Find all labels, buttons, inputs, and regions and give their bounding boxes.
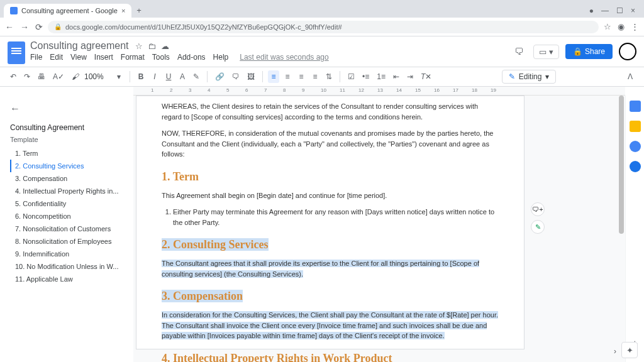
heading-ip[interactable]: 4. Intellectual Property Rights in Work … [162,350,499,363]
outline-back-icon[interactable]: ← [10,103,123,114]
outline-item[interactable]: 11. Applicable Law [10,273,123,285]
nav-back-icon[interactable]: ← [5,22,14,32]
list-item-terminate[interactable]: Either Party may terminate this Agreemen… [173,207,499,228]
outline-item[interactable]: 10. No Modification Unless in W... [10,260,123,273]
google-docs-logo[interactable] [8,41,25,64]
insert-image-icon[interactable]: 🖼 [245,70,257,83]
paragraph-compensation: In consideration for the Consulting Serv… [162,310,499,341]
vertical-scrollbar[interactable] [618,96,624,309]
maximize-icon[interactable]: ☐ [616,6,623,15]
nav-reload-icon[interactable]: ⟳ [35,22,43,32]
menu-help[interactable]: Help [213,53,229,62]
line-spacing-icon[interactable]: ⇅ [323,70,335,83]
outline-item[interactable]: 5. Confidentiality [10,197,123,210]
calendar-icon[interactable] [630,101,641,112]
align-justify-icon[interactable]: ≡ [309,70,321,83]
outline-item[interactable]: 9. Indemnification [10,248,123,260]
menu-tools[interactable]: Tools [152,53,170,62]
lock-icon: 🔒 [54,23,62,30]
keep-icon[interactable] [630,121,641,132]
align-left-icon[interactable]: ≡ [268,70,279,83]
bold-icon[interactable]: B [135,70,147,83]
tasks-icon[interactable] [630,141,641,152]
minimize-icon[interactable]: — [601,6,609,15]
document-title[interactable]: Consulting agreement [30,40,129,52]
align-center-icon[interactable]: ≡ [282,70,293,83]
redo-icon[interactable]: ↷ [21,70,33,83]
outline-item[interactable]: 2. Consulting Services [10,160,123,172]
outline-item[interactable]: 7. Nonsolicitation of Customers [10,222,123,235]
hide-sidepanel-icon[interactable]: › [614,347,616,356]
document-outline: ← Consulting Agreement Template 1. Term … [0,96,133,362]
chrome-account-icon[interactable]: ● [589,6,594,15]
star-icon[interactable]: ☆ [135,41,143,51]
document-canvas[interactable]: WHEREAS, the Client desires to retain th… [133,96,625,362]
menu-view[interactable]: View [70,53,87,62]
close-window-icon[interactable]: × [631,6,635,15]
outline-item[interactable]: 1. Term [10,147,123,160]
print-icon[interactable]: 🖶 [35,70,48,83]
cloud-status-icon[interactable]: ☁ [161,41,169,51]
outline-item[interactable]: 6. Noncompetition [10,210,123,222]
clear-format-icon[interactable]: T✕ [418,70,434,83]
explore-button[interactable]: ✦ [621,342,638,358]
numbered-list-icon[interactable]: 1≡ [374,70,388,83]
undo-icon[interactable]: ↶ [8,70,19,83]
outline-item[interactable]: 8. Nonsolicitation of Employees [10,235,123,248]
browser-tab[interactable]: Consulting agreement - Google × [4,4,131,18]
account-avatar[interactable] [619,43,636,60]
menu-bar: File Edit View Insert Format Tools Add-o… [30,53,506,62]
paragraph-term[interactable]: This Agreement shall begin on [Begin dat… [162,190,499,201]
contacts-icon[interactable] [630,161,641,172]
share-button[interactable]: 🔒 Share [565,44,613,59]
mode-select[interactable]: ✎ Editing ▾ [502,70,557,84]
highlight-color-icon[interactable]: ✎ [191,70,202,83]
present-button[interactable]: ▭ ▾ [533,45,559,59]
document-page[interactable]: WHEREAS, the Client desires to retain th… [136,96,525,349]
add-comment-button[interactable]: 🗨+ [531,202,545,216]
menu-edit[interactable]: Edit [50,53,63,62]
comment-history-icon[interactable]: 🗨 [511,43,527,60]
text-color-icon[interactable]: A [177,70,188,83]
address-bar[interactable]: 🔒 docs.google.com/document/d/1UhEfZJt5UX… [48,21,599,33]
paint-format-icon[interactable]: 🖌 [69,70,82,83]
menu-insert[interactable]: Insert [94,53,113,62]
nav-forward-icon[interactable]: → [20,22,29,32]
outline-heading[interactable]: Consulting Agreement [10,123,123,132]
outline-subheading[interactable]: Template [10,136,123,143]
spellcheck-icon[interactable]: A✓ [50,70,67,83]
paragraph-consulting: The Consultant agrees that it shall prov… [162,258,499,279]
menu-addons[interactable]: Add-ons [177,53,206,62]
menu-file[interactable]: File [30,53,42,62]
italic-icon[interactable]: I [149,70,160,83]
formatting-toolbar: ↶ ↷ 🖶 A✓ 🖌 ▾ B I U A ✎ 🔗 🗨 🖼 ≡ ≡ ≡ ≡ ⇅ ☑… [0,67,644,87]
side-panel: + [625,96,644,362]
insert-comment-icon[interactable]: 🗨 [230,70,242,83]
checklist-icon[interactable]: ☑ [345,70,357,83]
outline-item[interactable]: 3. Compensation [10,172,123,185]
outline-item[interactable]: 4. Intellectual Property Rights in... [10,185,123,197]
paragraph-nowtherefore[interactable]: NOW, THEREFORE, in consideration of the … [162,128,499,160]
zoom-caret-icon[interactable]: ▾ [113,70,125,83]
close-tab-icon[interactable]: × [121,7,125,14]
heading-term[interactable]: 1. Term [162,168,499,185]
paragraph-whereas[interactable]: WHEREAS, the Client desires to retain th… [162,101,499,122]
horizontal-ruler[interactable]: 1 2 3 4 5 6 7 8 9 10 11 12 13 14 15 16 1… [133,87,625,96]
collapse-toolbar-icon[interactable]: ᐱ [624,70,636,83]
chrome-menu-icon[interactable]: ⋮ [631,22,639,31]
align-right-icon[interactable]: ≡ [296,70,307,83]
profile-icon[interactable]: ◉ [618,22,625,31]
new-tab-button[interactable]: + [131,3,147,18]
indent-increase-icon[interactable]: ⇥ [404,70,416,83]
indent-decrease-icon[interactable]: ⇤ [391,70,402,83]
bulleted-list-icon[interactable]: •≡ [360,70,372,83]
zoom-select[interactable] [84,72,111,81]
insert-link-icon[interactable]: 🔗 [213,70,227,83]
underline-icon[interactable]: U [163,70,174,83]
lock-share-icon: 🔒 [573,47,582,56]
suggest-edit-button[interactable]: ✎ [531,220,545,234]
menu-format[interactable]: Format [121,53,145,62]
bookmark-icon[interactable]: ☆ [604,22,611,31]
move-icon[interactable]: 🗀 [148,41,156,51]
last-edit-link[interactable]: Last edit was seconds ago [240,53,328,62]
